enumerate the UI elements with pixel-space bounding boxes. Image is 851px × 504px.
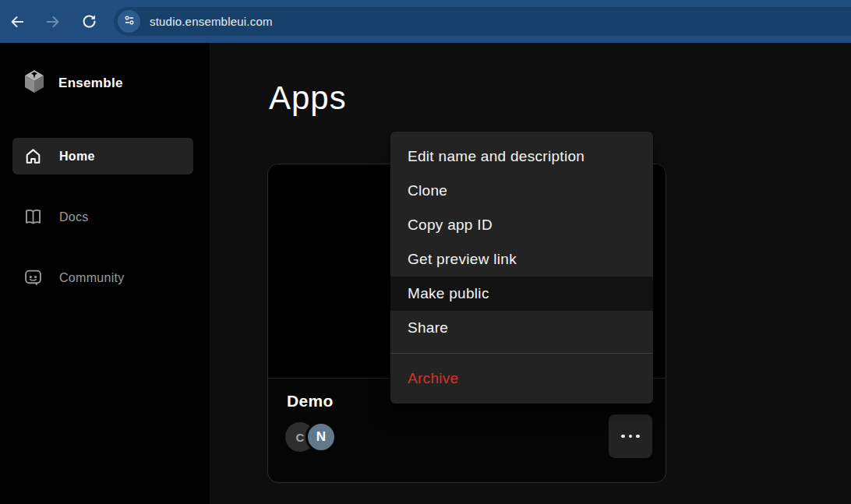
sidebar-item-label: Home (59, 150, 95, 164)
sidebar-item-community[interactable]: Community (12, 259, 193, 296)
sidebar: Ensemble Home Docs (0, 43, 210, 504)
avatar[interactable]: N (305, 421, 337, 453)
ellipsis-icon (636, 435, 640, 439)
menu-item-copy-app-id[interactable]: Copy app ID (390, 208, 653, 242)
menu-item-archive[interactable]: Archive (390, 361, 653, 396)
menu-item-edit-name[interactable]: Edit name and description (390, 139, 653, 174)
forward-button[interactable] (40, 9, 66, 35)
sidebar-nav: Home Docs Community (12, 138, 193, 320)
avatar-initial: C (296, 431, 305, 444)
sidebar-item-label: Community (59, 271, 125, 285)
home-icon (23, 146, 43, 166)
sidebar-item-label: Docs (59, 210, 89, 224)
ensemble-logo-icon (23, 69, 45, 97)
avatar-initial: N (316, 429, 326, 445)
menu-item-get-preview-link[interactable]: Get preview link (390, 242, 653, 277)
sidebar-item-home[interactable]: Home (12, 138, 193, 174)
menu-item-make-public[interactable]: Make public (390, 277, 653, 311)
menu-divider (390, 353, 653, 354)
back-button[interactable] (4, 9, 30, 35)
sidebar-item-docs[interactable]: Docs (12, 199, 193, 235)
site-settings-icon (123, 14, 136, 30)
reload-icon (81, 13, 97, 30)
url-text: studio.ensembleui.com (150, 15, 273, 28)
forward-icon (44, 13, 62, 30)
ellipsis-icon (629, 435, 633, 439)
browser-toolbar: studio.ensembleui.com (0, 0, 851, 43)
address-bar[interactable]: studio.ensembleui.com (114, 7, 851, 36)
page-title: Apps (269, 79, 347, 117)
ellipsis-icon (621, 435, 625, 439)
back-icon (9, 13, 26, 30)
brand-label: Ensemble (58, 76, 123, 91)
avatar-group: C N (285, 421, 337, 453)
docs-book-icon (23, 207, 43, 227)
app-name: Demo (287, 392, 334, 411)
brand[interactable]: Ensemble (23, 69, 123, 97)
app-more-options-button[interactable] (609, 414, 652, 458)
reload-button[interactable] (76, 9, 102, 35)
menu-item-clone[interactable]: Clone (390, 174, 653, 208)
site-settings-button[interactable] (118, 10, 140, 33)
app-context-menu: Edit name and description Clone Copy app… (390, 132, 653, 404)
menu-item-share[interactable]: Share (390, 311, 653, 345)
discord-icon (23, 268, 43, 287)
